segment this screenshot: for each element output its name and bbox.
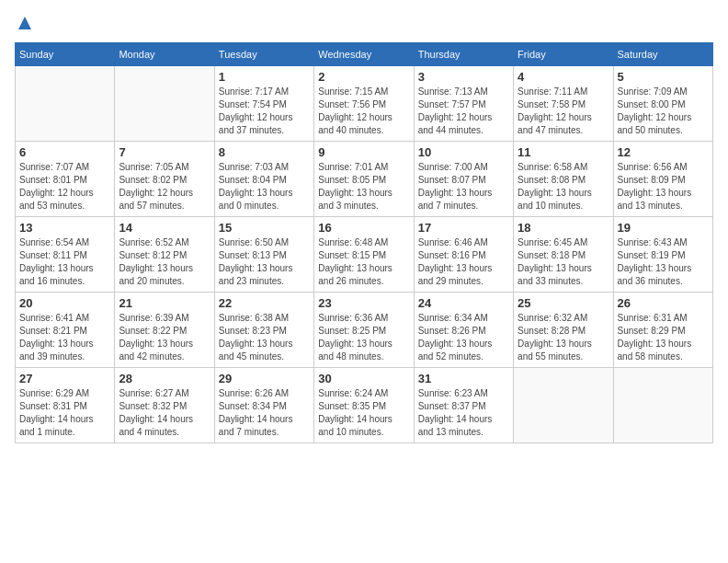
calendar-cell: 3Sunrise: 7:13 AM Sunset: 7:57 PM Daylig…: [414, 66, 513, 142]
calendar-cell: 25Sunrise: 6:32 AM Sunset: 8:28 PM Dayli…: [514, 293, 613, 368]
calendar-cell: [115, 66, 214, 142]
day-info: Sunrise: 7:01 AM Sunset: 8:05 PM Dayligh…: [318, 161, 409, 213]
calendar-cell: 16Sunrise: 6:48 AM Sunset: 8:15 PM Dayli…: [314, 217, 414, 293]
calendar-cell: 29Sunrise: 6:26 AM Sunset: 8:34 PM Dayli…: [214, 368, 313, 443]
calendar-day-header: Thursday: [414, 43, 513, 66]
day-number: 8: [219, 145, 310, 159]
calendar-week-row: 6Sunrise: 7:07 AM Sunset: 8:01 PM Daylig…: [16, 142, 713, 217]
day-info: Sunrise: 6:46 AM Sunset: 8:16 PM Dayligh…: [418, 236, 509, 288]
day-info: Sunrise: 6:52 AM Sunset: 8:12 PM Dayligh…: [119, 236, 210, 288]
day-number: 5: [618, 70, 709, 84]
day-number: 10: [418, 145, 509, 159]
day-info: Sunrise: 6:23 AM Sunset: 8:37 PM Dayligh…: [418, 387, 509, 439]
day-info: Sunrise: 7:05 AM Sunset: 8:02 PM Dayligh…: [119, 161, 210, 213]
day-info: Sunrise: 6:39 AM Sunset: 8:22 PM Dayligh…: [119, 312, 210, 363]
calendar-cell: 28Sunrise: 6:27 AM Sunset: 8:32 PM Dayli…: [115, 368, 214, 443]
calendar-cell: 6Sunrise: 7:07 AM Sunset: 8:01 PM Daylig…: [16, 142, 115, 217]
day-number: 19: [618, 221, 709, 235]
calendar-week-row: 27Sunrise: 6:29 AM Sunset: 8:31 PM Dayli…: [16, 368, 713, 443]
calendar-cell: 17Sunrise: 6:46 AM Sunset: 8:16 PM Dayli…: [414, 217, 513, 293]
calendar-cell: 20Sunrise: 6:41 AM Sunset: 8:21 PM Dayli…: [16, 293, 115, 368]
day-info: Sunrise: 6:48 AM Sunset: 8:15 PM Dayligh…: [318, 236, 409, 288]
day-info: Sunrise: 7:11 AM Sunset: 7:58 PM Dayligh…: [518, 86, 609, 137]
calendar-cell: 21Sunrise: 6:39 AM Sunset: 8:22 PM Dayli…: [115, 293, 214, 368]
day-info: Sunrise: 6:26 AM Sunset: 8:34 PM Dayligh…: [219, 387, 310, 439]
calendar-cell: 5Sunrise: 7:09 AM Sunset: 8:00 PM Daylig…: [613, 66, 712, 142]
day-info: Sunrise: 6:29 AM Sunset: 8:31 PM Dayligh…: [19, 387, 110, 439]
day-number: 29: [219, 372, 310, 385]
day-info: Sunrise: 7:00 AM Sunset: 8:07 PM Dayligh…: [418, 161, 509, 213]
calendar-cell: 27Sunrise: 6:29 AM Sunset: 8:31 PM Dayli…: [16, 368, 115, 443]
day-number: 30: [318, 372, 409, 385]
calendar-cell: 4Sunrise: 7:11 AM Sunset: 7:58 PM Daylig…: [514, 66, 613, 142]
day-info: Sunrise: 6:54 AM Sunset: 8:11 PM Dayligh…: [19, 236, 110, 288]
day-number: 21: [119, 296, 210, 310]
day-info: Sunrise: 6:58 AM Sunset: 8:08 PM Dayligh…: [518, 161, 609, 213]
calendar-cell: 9Sunrise: 7:01 AM Sunset: 8:05 PM Daylig…: [314, 142, 414, 217]
day-info: Sunrise: 7:07 AM Sunset: 8:01 PM Dayligh…: [19, 161, 110, 213]
day-number: 4: [518, 70, 609, 84]
day-number: 14: [119, 221, 210, 235]
calendar-cell: 7Sunrise: 7:05 AM Sunset: 8:02 PM Daylig…: [115, 142, 214, 217]
calendar-cell: 12Sunrise: 6:56 AM Sunset: 8:09 PM Dayli…: [613, 142, 712, 217]
calendar-cell: 22Sunrise: 6:38 AM Sunset: 8:23 PM Dayli…: [214, 293, 313, 368]
day-info: Sunrise: 7:09 AM Sunset: 8:00 PM Dayligh…: [618, 86, 709, 137]
day-number: 12: [618, 145, 709, 159]
calendar-week-row: 20Sunrise: 6:41 AM Sunset: 8:21 PM Dayli…: [16, 293, 713, 368]
day-number: 16: [318, 221, 409, 235]
day-number: 2: [318, 70, 409, 84]
day-number: 7: [119, 145, 210, 159]
calendar-day-header: Tuesday: [214, 43, 313, 66]
calendar-cell: 1Sunrise: 7:17 AM Sunset: 7:54 PM Daylig…: [214, 66, 313, 142]
day-info: Sunrise: 6:31 AM Sunset: 8:29 PM Dayligh…: [618, 312, 709, 363]
calendar-cell: 23Sunrise: 6:36 AM Sunset: 8:25 PM Dayli…: [314, 293, 414, 368]
calendar-cell: 24Sunrise: 6:34 AM Sunset: 8:26 PM Dayli…: [414, 293, 513, 368]
day-number: 22: [219, 296, 310, 310]
calendar-day-header: Saturday: [613, 43, 712, 66]
calendar-cell: 15Sunrise: 6:50 AM Sunset: 8:13 PM Dayli…: [214, 217, 313, 293]
calendar-day-header: Sunday: [16, 43, 115, 66]
day-number: 28: [119, 372, 210, 385]
day-number: 3: [418, 70, 509, 84]
logo: [15, 15, 33, 35]
day-info: Sunrise: 6:56 AM Sunset: 8:09 PM Dayligh…: [618, 161, 709, 213]
day-number: 26: [618, 296, 709, 310]
logo-triangle-icon: [17, 15, 33, 35]
calendar-cell: 30Sunrise: 6:24 AM Sunset: 8:35 PM Dayli…: [314, 368, 414, 443]
calendar-cell: 8Sunrise: 7:03 AM Sunset: 8:04 PM Daylig…: [214, 142, 313, 217]
day-number: 18: [518, 221, 609, 235]
calendar-day-header: Monday: [115, 43, 214, 66]
calendar-cell: 26Sunrise: 6:31 AM Sunset: 8:29 PM Dayli…: [613, 293, 712, 368]
day-info: Sunrise: 6:34 AM Sunset: 8:26 PM Dayligh…: [418, 312, 509, 363]
calendar-cell: 2Sunrise: 7:15 AM Sunset: 7:56 PM Daylig…: [314, 66, 414, 142]
day-info: Sunrise: 7:15 AM Sunset: 7:56 PM Dayligh…: [318, 86, 409, 137]
day-number: 6: [19, 145, 110, 159]
day-number: 1: [219, 70, 310, 84]
day-number: 27: [19, 372, 110, 385]
calendar-day-header: Wednesday: [314, 43, 414, 66]
calendar-cell: 31Sunrise: 6:23 AM Sunset: 8:37 PM Dayli…: [414, 368, 513, 443]
day-info: Sunrise: 6:41 AM Sunset: 8:21 PM Dayligh…: [19, 312, 110, 363]
day-info: Sunrise: 6:24 AM Sunset: 8:35 PM Dayligh…: [318, 387, 409, 439]
calendar-cell: [613, 368, 712, 443]
calendar-cell: 18Sunrise: 6:45 AM Sunset: 8:18 PM Dayli…: [514, 217, 613, 293]
day-info: Sunrise: 6:50 AM Sunset: 8:13 PM Dayligh…: [219, 236, 310, 288]
day-number: 24: [418, 296, 509, 310]
day-info: Sunrise: 6:32 AM Sunset: 8:28 PM Dayligh…: [518, 312, 609, 363]
svg-marker-0: [18, 17, 31, 29]
day-number: 17: [418, 221, 509, 235]
day-info: Sunrise: 6:45 AM Sunset: 8:18 PM Dayligh…: [518, 236, 609, 288]
calendar-cell: 11Sunrise: 6:58 AM Sunset: 8:08 PM Dayli…: [514, 142, 613, 217]
day-number: 15: [219, 221, 310, 235]
calendar-cell: 10Sunrise: 7:00 AM Sunset: 8:07 PM Dayli…: [414, 142, 513, 217]
day-number: 9: [318, 145, 409, 159]
page-header: [15, 15, 713, 35]
day-info: Sunrise: 7:03 AM Sunset: 8:04 PM Dayligh…: [219, 161, 310, 213]
day-info: Sunrise: 6:38 AM Sunset: 8:23 PM Dayligh…: [219, 312, 310, 363]
calendar-cell: 14Sunrise: 6:52 AM Sunset: 8:12 PM Dayli…: [115, 217, 214, 293]
day-number: 31: [418, 372, 509, 385]
day-info: Sunrise: 6:36 AM Sunset: 8:25 PM Dayligh…: [318, 312, 409, 363]
day-info: Sunrise: 6:27 AM Sunset: 8:32 PM Dayligh…: [119, 387, 210, 439]
calendar-cell: [16, 66, 115, 142]
day-number: 20: [19, 296, 110, 310]
